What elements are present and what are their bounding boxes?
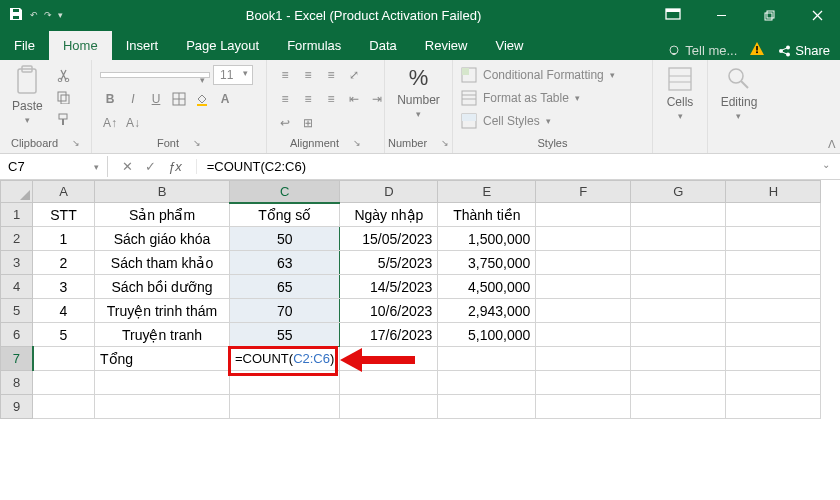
alignment-launcher-icon[interactable]: ↘ [353, 138, 361, 148]
col-header-E[interactable]: E [438, 181, 536, 203]
number-launcher-icon[interactable]: ↘ [441, 138, 449, 148]
align-middle-icon[interactable]: ≡ [298, 65, 318, 85]
cell[interactable]: 10/6/2023 [340, 299, 438, 323]
formula-bar[interactable]: =COUNT(C2:C6) ⌄ [197, 156, 840, 177]
col-header-B[interactable]: B [95, 181, 230, 203]
row-header-7[interactable]: 7 [1, 347, 33, 371]
cell[interactable]: 5,100,000 [438, 323, 536, 347]
fill-color-icon[interactable] [192, 89, 212, 109]
merge-center-icon[interactable]: ⊞ [298, 113, 318, 133]
ribbon-display-icon[interactable] [664, 5, 696, 26]
col-header-F[interactable]: F [536, 181, 631, 203]
cell[interactable] [438, 395, 536, 419]
cell[interactable]: 14/5/2023 [340, 275, 438, 299]
cell[interactable] [340, 347, 438, 371]
decrease-font-icon[interactable]: A↓ [123, 113, 143, 133]
clipboard-launcher-icon[interactable]: ↘ [72, 138, 80, 148]
tab-file[interactable]: File [0, 31, 49, 60]
align-right-icon[interactable]: ≡ [321, 89, 341, 109]
cell[interactable] [536, 347, 631, 371]
cell[interactable] [536, 395, 631, 419]
redo-icon[interactable]: ↷ [44, 10, 52, 20]
font-name-select[interactable] [100, 72, 210, 78]
save-icon[interactable] [8, 6, 24, 25]
tab-review[interactable]: Review [411, 31, 482, 60]
borders-icon[interactable] [169, 89, 189, 109]
cell[interactable] [631, 203, 726, 227]
cell[interactable]: 5 [33, 323, 95, 347]
tab-home[interactable]: Home [49, 31, 112, 60]
font-color-icon[interactable]: A [215, 89, 235, 109]
underline-button[interactable]: U [146, 89, 166, 109]
cell[interactable] [631, 275, 726, 299]
cell[interactable] [631, 395, 726, 419]
cell[interactable]: 1 [33, 227, 95, 251]
align-top-icon[interactable]: ≡ [275, 65, 295, 85]
paste-button[interactable]: Paste ▾ [8, 63, 47, 127]
cell[interactable] [726, 203, 821, 227]
format-painter-icon[interactable] [53, 109, 73, 129]
cut-icon[interactable] [53, 65, 73, 85]
font-launcher-icon[interactable]: ↘ [193, 138, 201, 148]
row-header-2[interactable]: 2 [1, 227, 33, 251]
cell[interactable]: 63 [230, 251, 340, 275]
cell[interactable]: 3 [33, 275, 95, 299]
cell[interactable]: Truyện tranh [95, 323, 230, 347]
row-header-4[interactable]: 4 [1, 275, 33, 299]
cell-styles-button[interactable]: Cell Styles▾ [461, 111, 551, 131]
collapse-ribbon-icon[interactable]: ᐱ [828, 138, 836, 151]
row-header-6[interactable]: 6 [1, 323, 33, 347]
cell[interactable] [230, 371, 340, 395]
cell[interactable] [726, 395, 821, 419]
row-header-3[interactable]: 3 [1, 251, 33, 275]
row-header-8[interactable]: 8 [1, 371, 33, 395]
close-button[interactable] [794, 0, 840, 30]
warning-icon[interactable] [749, 41, 765, 60]
indent-increase-icon[interactable]: ⇥ [367, 89, 387, 109]
cell[interactable]: 15/05/2023 [340, 227, 438, 251]
cell[interactable] [631, 251, 726, 275]
cell[interactable]: 5/5/2023 [340, 251, 438, 275]
orientation-icon[interactable]: ⤢ [344, 65, 364, 85]
select-all-corner[interactable] [1, 181, 33, 203]
tab-insert[interactable]: Insert [112, 31, 173, 60]
col-header-A[interactable]: A [33, 181, 95, 203]
active-cell[interactable]: =COUNT(C2:C6) [230, 347, 340, 371]
col-header-D[interactable]: D [340, 181, 438, 203]
cell[interactable] [726, 251, 821, 275]
tell-me-search[interactable]: Tell me... [667, 43, 737, 58]
cell[interactable] [438, 371, 536, 395]
share-button[interactable]: Share [777, 43, 830, 58]
align-center-icon[interactable]: ≡ [298, 89, 318, 109]
number-format-button[interactable]: % Number ▾ [393, 63, 444, 121]
cell[interactable] [33, 371, 95, 395]
cell[interactable] [95, 371, 230, 395]
cell[interactable]: 50 [230, 227, 340, 251]
cell[interactable]: STT [33, 203, 95, 227]
row-header-9[interactable]: 9 [1, 395, 33, 419]
cell[interactable] [536, 251, 631, 275]
cells-button[interactable]: Cells ▾ [662, 63, 698, 123]
bold-button[interactable]: B [100, 89, 120, 109]
cell[interactable] [536, 275, 631, 299]
cell[interactable] [340, 395, 438, 419]
expand-formula-bar-icon[interactable]: ⌄ [822, 159, 830, 170]
cell[interactable] [33, 395, 95, 419]
cell[interactable] [536, 203, 631, 227]
cell[interactable] [438, 347, 536, 371]
cell[interactable]: 1,500,000 [438, 227, 536, 251]
cell[interactable] [726, 227, 821, 251]
fx-icon[interactable]: ƒx [168, 159, 182, 174]
cell[interactable]: Tổng [95, 347, 230, 371]
editing-button[interactable]: Editing ▾ [717, 63, 762, 123]
name-box[interactable]: C7▾ [0, 156, 108, 177]
increase-font-icon[interactable]: A↑ [100, 113, 120, 133]
cell[interactable]: 70 [230, 299, 340, 323]
cell[interactable] [33, 347, 95, 371]
minimize-button[interactable] [698, 0, 744, 30]
cell[interactable] [536, 227, 631, 251]
cell[interactable] [631, 347, 726, 371]
align-left-icon[interactable]: ≡ [275, 89, 295, 109]
cell[interactable] [631, 299, 726, 323]
cell[interactable]: 2 [33, 251, 95, 275]
